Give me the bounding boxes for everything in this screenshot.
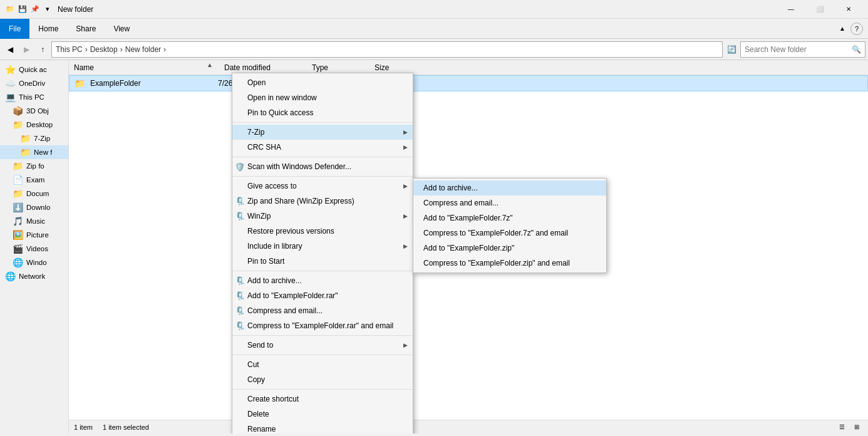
address-sep3: › [163,45,166,54]
sidebar-label-documents: Docum [26,190,49,197]
large-icons-view-button[interactable]: ⊞ [850,422,863,433]
sidebar-label-downloads: Downlo [26,204,50,211]
address-folder[interactable]: New folder [125,45,161,54]
help-icon[interactable]: ? [850,23,863,35]
address-pc[interactable]: This PC [56,45,83,54]
address-desktop[interactable]: Desktop [90,45,118,54]
copy-icon [235,375,245,385]
file-name: ExampleFolder [90,79,215,88]
sidebar-item-music[interactable]: 🎵 Music [0,214,68,228]
col-header-type[interactable]: Type [312,63,375,72]
cm-winzip[interactable]: 🗜️ WinZip [232,209,413,224]
sidebar-label-thispc: This PC [19,93,44,101]
cm-crcsha[interactable]: CRC SHA [232,140,413,155]
cm-delete[interactable]: Delete [232,407,413,422]
sort-arrow[interactable]: ▲ [207,61,213,68]
tab-share[interactable]: Share [67,19,105,39]
cm-scan-defender[interactable]: 🛡️ Scan with Windows Defender... [232,159,413,174]
cm-pin-start[interactable]: Pin to Start [232,254,413,269]
cm-cut[interactable]: Cut [232,357,413,372]
cut-icon [235,360,245,370]
cm-send-to[interactable]: Send to [232,338,413,353]
tab-file[interactable]: File [0,19,29,39]
cm-create-shortcut[interactable]: Create shortcut [232,392,413,407]
close-button[interactable]: ✕ [834,0,863,19]
restore-icon [235,226,245,236]
tab-home[interactable]: Home [29,19,67,39]
tab-view[interactable]: View [105,19,138,39]
sub-compress-email[interactable]: Compress and email... [413,195,606,210]
sidebar-item-windows[interactable]: 🌐 Windo [0,256,68,269]
sidebar-item-desktop[interactable]: 📁 Desktop [0,118,68,132]
sidebar-item-quickaccess[interactable]: ⭐ Quick ac [0,63,68,76]
status-selected: 1 item selected [103,423,149,431]
cm-copy[interactable]: Copy [232,372,413,387]
sidebar-item-documents[interactable]: 📁 Docum [0,187,68,200]
address-bar[interactable]: This PC › Desktop › New folder › [51,41,723,58]
cm-divider-3 [232,176,413,177]
forward-button[interactable]: ▶ [19,41,34,58]
cm-open[interactable]: Open [232,75,413,90]
cm-divider-7 [232,389,413,390]
downloads-icon: ⬇️ [13,202,23,212]
cm-rename[interactable]: Rename [232,422,413,433]
up-button[interactable]: ↑ [35,41,50,58]
pin-icon[interactable]: 📌 [30,4,40,14]
details-view-button[interactable]: ☰ [835,422,848,433]
cm-add-archive[interactable]: 🗜️ Add to archive... [232,273,413,288]
network-icon: 🌐 [5,271,16,281]
sidebar-item-onedrive[interactable]: ☁️ OneDriv [0,76,68,90]
col-header-date[interactable]: Date modified [224,63,312,72]
cm-include-library[interactable]: Include in library [232,239,413,254]
sidebar-item-pictures[interactable]: 🖼️ Picture [0,228,68,242]
cm-give-access[interactable]: Give access to [232,179,413,194]
back-button[interactable]: ◀ [3,41,18,58]
defender-icon: 🛡️ [235,162,245,172]
cm-compress-email[interactable]: 🗜️ Compress and email... [232,303,413,318]
sub-compress-zip-email[interactable]: Compress to "ExampleFolder.zip" and emai… [413,256,606,271]
sidebar-item-network[interactable]: 🌐 Network [0,269,68,283]
cm-open-new-window[interactable]: Open in new window [232,90,413,105]
videos-icon: 🎬 [13,244,23,254]
sidebar-item-7zip[interactable]: 📁 7-Zip [0,132,68,145]
sub-compress-7z-email[interactable]: Compress to "ExampleFolder.7z" and email [413,226,606,241]
sidebar-item-zipfo[interactable]: 📁 Zip fo [0,159,68,173]
cm-restore-versions[interactable]: Restore previous versions [232,224,413,239]
sidebar-item-videos[interactable]: 🎬 Videos [0,242,68,256]
sidebar-item-3dobj[interactable]: 📦 3D Obj [0,104,68,118]
folder-icon: 📁 [5,4,15,14]
search-box[interactable]: 🔍 [740,41,865,58]
col-header-size[interactable]: Size [375,63,425,72]
sidebar-item-thispc[interactable]: 💻 This PC [0,90,68,104]
expand-ribbon-icon[interactable]: ▲ [839,25,845,32]
sidebar: ⭐ Quick ac ☁️ OneDriv 💻 This PC 📦 3D Obj… [0,60,69,433]
sub-add-zip[interactable]: Add to "ExampleFolder.zip" [413,241,606,256]
3dobj-icon: 📦 [13,106,23,116]
pin-down-icon[interactable]: ▾ [43,4,53,14]
save-icon[interactable]: 💾 [18,4,28,14]
refresh-button[interactable]: 🔄 [724,41,739,58]
sidebar-item-newfolder[interactable]: 📁 New f [0,145,68,159]
minimize-button[interactable]: — [777,0,805,19]
send-to-icon [235,340,245,350]
sub-add-archive[interactable]: Add to archive... [413,180,606,195]
col-header-name[interactable]: Name [74,63,224,72]
cm-divider-6 [232,355,413,355]
cm-add-rar[interactable]: 🗜️ Add to "ExampleFolder.rar" [232,288,413,303]
sidebar-label-windows: Windo [26,259,47,266]
windows-icon: 🌐 [13,257,23,267]
sub-add-7z[interactable]: Add to "ExampleFolder.7z" [413,210,606,226]
search-input[interactable] [745,45,849,54]
table-row[interactable]: 📁 ExampleFolder 7/26/2019 9:37 AM File f… [69,75,868,91]
sidebar-item-exam[interactable]: 📄 Exam [0,173,68,187]
cm-compress-rar-email[interactable]: 🗜️ Compress to "ExampleFolder.rar" and e… [232,318,413,333]
cm-7zip[interactable]: 7-Zip [232,125,413,140]
sidebar-label-newfolder: New f [34,148,52,156]
winzip-icon: 🗜️ [235,211,245,221]
cm-pin-quick-access[interactable]: Pin to Quick access [232,105,413,120]
sidebar-item-downloads[interactable]: ⬇️ Downlo [0,200,68,214]
maximize-button[interactable]: ⬜ [805,0,834,19]
cm-winzip-share[interactable]: 🗜️ Zip and Share (WinZip Express) [232,194,413,209]
sidebar-label-videos: Videos [26,245,48,252]
cm-divider-1 [232,122,413,123]
